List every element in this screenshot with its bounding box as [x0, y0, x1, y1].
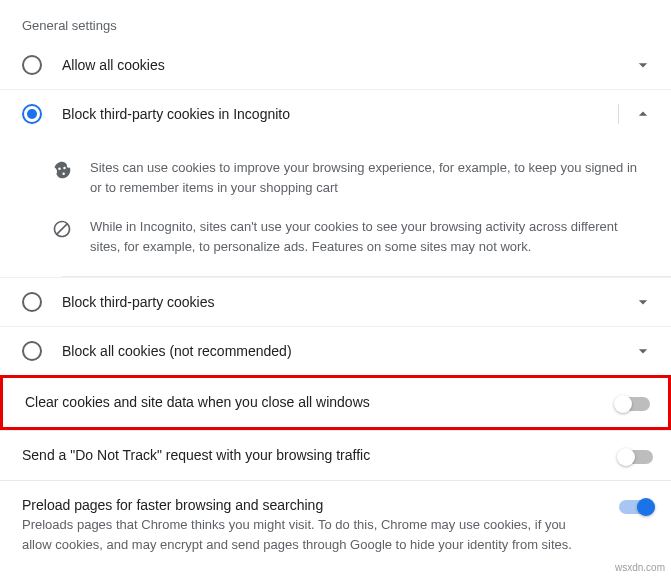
radio-icon [22, 55, 42, 75]
toggle-label: Preload pages for faster browsing and se… [22, 497, 599, 513]
radio-icon [22, 292, 42, 312]
detail-text: While in Incognito, sites can't use your… [90, 217, 647, 256]
detail-row-cookies: Sites can use cookies to improve your br… [52, 148, 647, 207]
divider [618, 104, 619, 124]
toggle-clear-on-close: Clear cookies and site data when you clo… [3, 378, 668, 427]
chevron-up-icon [633, 104, 653, 124]
toggle-label: Clear cookies and site data when you clo… [25, 394, 596, 410]
section-title: General settings [0, 0, 671, 41]
chevron-down-icon [633, 341, 653, 361]
option-label: Block all cookies (not recommended) [62, 343, 633, 359]
radio-icon [22, 341, 42, 361]
toggle-switch[interactable] [616, 397, 650, 411]
option-label: Allow all cookies [62, 57, 633, 73]
option-details: Sites can use cookies to improve your br… [0, 138, 671, 276]
chevron-down-icon [633, 292, 653, 312]
highlight-box: Clear cookies and site data when you clo… [0, 375, 671, 430]
toggle-do-not-track: Send a "Do Not Track" request with your … [0, 430, 671, 480]
option-block-third-party-incognito[interactable]: Block third-party cookies in Incognito [0, 90, 671, 138]
toggle-switch[interactable] [619, 450, 653, 464]
option-label: Block third-party cookies in Incognito [62, 106, 604, 122]
chevron-down-icon [633, 55, 653, 75]
toggle-preload-pages: Preload pages for faster browsing and se… [0, 480, 671, 570]
option-block-third-party[interactable]: Block third-party cookies [0, 277, 671, 327]
cookie-icon [52, 160, 72, 180]
block-icon [52, 219, 72, 239]
toggle-switch[interactable] [619, 500, 653, 514]
detail-row-incognito: While in Incognito, sites can't use your… [52, 207, 647, 266]
detail-text: Sites can use cookies to improve your br… [90, 158, 647, 197]
toggle-description: Preloads pages that Chrome thinks you mi… [22, 515, 599, 554]
radio-icon-selected [22, 104, 42, 124]
option-label: Block third-party cookies [62, 294, 633, 310]
option-block-all-cookies[interactable]: Block all cookies (not recommended) [0, 327, 671, 375]
toggle-label: Send a "Do Not Track" request with your … [22, 447, 599, 463]
option-allow-all-cookies[interactable]: Allow all cookies [0, 41, 671, 90]
watermark: wsxdn.com [615, 562, 665, 570]
